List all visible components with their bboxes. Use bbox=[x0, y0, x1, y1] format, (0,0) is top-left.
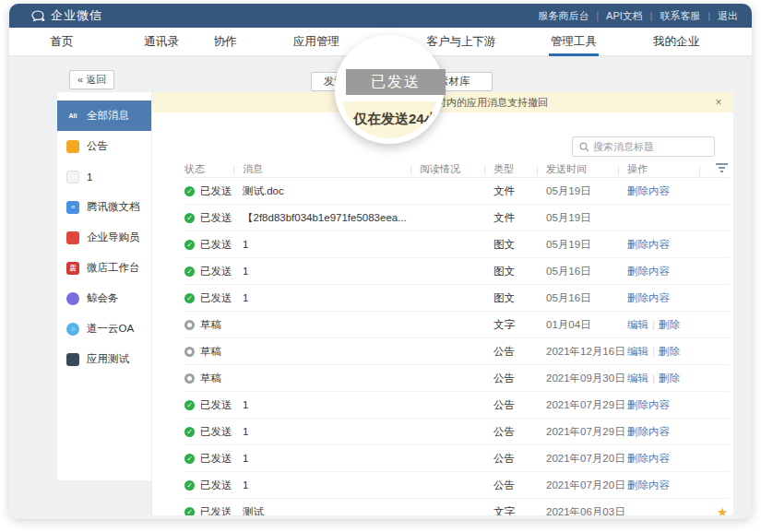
sidebar-item-tencent-docs[interactable]: ≡ 腾讯微文档 bbox=[57, 192, 151, 222]
cell-actions: 编辑|删除 bbox=[627, 372, 708, 385]
cell-type: 文件 bbox=[493, 211, 546, 225]
magnified-sent-button[interactable]: 已发送 bbox=[346, 69, 446, 95]
table-row: 已发送 测试 文字 2021年06月03日 ★ bbox=[184, 499, 730, 515]
tab-contacts[interactable]: 通讯录 bbox=[144, 28, 179, 56]
cell-actions: 删除内容 bbox=[627, 452, 708, 466]
tencent-docs-icon: ≡ bbox=[66, 201, 79, 214]
sidebar-item-whale-meeting[interactable]: 鲸会务 bbox=[57, 283, 151, 313]
action-delete-content[interactable]: 删除内容 bbox=[627, 426, 670, 437]
back-button[interactable]: « 返回 bbox=[69, 70, 114, 89]
filter-icon[interactable] bbox=[716, 163, 728, 174]
sent-check-icon bbox=[184, 400, 195, 410]
cell-send-time: 05月16日 bbox=[546, 291, 627, 305]
action-delete-content[interactable]: 删除内容 bbox=[627, 453, 670, 464]
cell-status: 已发送 bbox=[184, 265, 243, 278]
tab-home[interactable]: 首页 bbox=[51, 28, 74, 56]
contact-support-link[interactable]: 联系客服 bbox=[660, 9, 700, 23]
action-delete[interactable]: 删除 bbox=[659, 319, 680, 330]
table-header: 状态 消息 阅读情况 类型 发送时间 操作 bbox=[184, 160, 730, 178]
cell-message: 1 bbox=[243, 479, 420, 491]
sidebar-item-announcement[interactable]: 公告 bbox=[57, 131, 151, 161]
sidebar-item-shopping-guide[interactable]: 企业导购员 bbox=[57, 222, 151, 253]
sent-check-icon bbox=[184, 427, 195, 437]
sent-check-icon bbox=[184, 293, 195, 303]
all-messages-icon: All bbox=[66, 110, 79, 123]
cell-type: 图文 bbox=[493, 238, 546, 252]
cell-type: 公告 bbox=[493, 372, 546, 385]
search-box bbox=[572, 136, 715, 157]
table-row: 已发送 1 图文 05月19日 删除内容 bbox=[184, 231, 730, 258]
search-input[interactable] bbox=[593, 141, 714, 152]
action-delete-content[interactable]: 删除内容 bbox=[627, 479, 670, 491]
sidebar-item-daoyi-cloud-oa[interactable]: ○ 道一云OA bbox=[57, 313, 151, 344]
separator: | bbox=[652, 346, 655, 357]
action-edit[interactable]: 编辑 bbox=[627, 346, 648, 357]
close-icon[interactable]: × bbox=[709, 96, 728, 109]
sent-check-icon bbox=[184, 213, 195, 223]
action-delete[interactable]: 删除 bbox=[659, 372, 680, 384]
cell-message: 测试 bbox=[243, 505, 420, 516]
cell-message: 1 bbox=[243, 453, 420, 464]
action-delete-content[interactable]: 删除内容 bbox=[627, 185, 670, 196]
table-row: 已发送 1 公告 2021年07月20日 删除内容 bbox=[184, 472, 730, 499]
action-delete-content[interactable]: 删除内容 bbox=[627, 399, 670, 410]
api-docs-link[interactable]: API文档 bbox=[606, 9, 643, 23]
action-delete-content[interactable]: 删除内容 bbox=[627, 266, 670, 277]
star-icon[interactable]: ★ bbox=[717, 505, 728, 516]
topbar-links: 服务商后台|API文档|联系客服|退出 bbox=[538, 9, 738, 23]
table-row: 已发送 测试.doc 文件 05月19日 删除内容 bbox=[184, 178, 730, 205]
cell-type: 公告 bbox=[493, 345, 546, 359]
cell-actions: 删除内容 bbox=[627, 238, 708, 252]
cell-actions: 编辑|删除 bbox=[627, 345, 708, 359]
sidebar: All 全部消息 公告 1 ≡ 腾讯微文档 企业导购员 店 微店工作台 鲸会务 … bbox=[57, 92, 152, 515]
app-1-icon bbox=[66, 171, 79, 183]
cell-actions: 删除内容 bbox=[627, 184, 708, 198]
cell-send-time: 2021年06月03日 bbox=[546, 505, 627, 516]
sent-check-icon bbox=[184, 480, 195, 491]
cell-send-time: 05月19日 bbox=[546, 211, 627, 225]
separator: | bbox=[652, 372, 655, 384]
action-edit[interactable]: 编辑 bbox=[627, 372, 648, 384]
tab-app-management[interactable]: 应用管理 bbox=[293, 28, 339, 56]
tab-admin-tools[interactable]: 管理工具 bbox=[551, 28, 597, 56]
cell-extra: ★ bbox=[708, 505, 730, 516]
tab-customers[interactable]: 客户与上下游 bbox=[427, 28, 496, 56]
cell-status: 已发送 bbox=[184, 505, 243, 516]
cell-status: 草稿 bbox=[184, 318, 243, 332]
provider-console-link[interactable]: 服务商后台 bbox=[538, 9, 589, 23]
cell-message: 1 bbox=[243, 239, 420, 250]
table-row: 已发送 1 图文 05月16日 删除内容 bbox=[184, 285, 730, 312]
weidian-icon: 店 bbox=[66, 262, 79, 275]
draft-circle-icon bbox=[184, 347, 195, 357]
cell-send-time: 2021年07月29日 bbox=[546, 398, 627, 412]
sent-check-icon bbox=[184, 454, 195, 464]
sidebar-item-all-messages[interactable]: All 全部消息 bbox=[57, 100, 151, 131]
sidebar-item-weidian[interactable]: 店 微店工作台 bbox=[57, 253, 151, 283]
cell-status: 草稿 bbox=[184, 345, 243, 359]
col-filter bbox=[708, 163, 730, 174]
action-edit[interactable]: 编辑 bbox=[627, 319, 648, 330]
draft-circle-icon bbox=[184, 373, 195, 384]
table-row: 已发送 1 公告 2021年07月29日 删除内容 bbox=[184, 419, 730, 445]
search-icon bbox=[579, 142, 589, 152]
cell-send-time: 2021年07月20日 bbox=[546, 452, 627, 466]
tab-my-company[interactable]: 我的企业 bbox=[653, 28, 699, 56]
cell-actions: 删除内容 bbox=[627, 479, 708, 492]
action-delete-content[interactable]: 删除内容 bbox=[627, 292, 670, 303]
brand-logo[interactable]: 企业微信 bbox=[31, 7, 102, 24]
cell-send-time: 05月19日 bbox=[546, 238, 627, 252]
sidebar-item-app-1[interactable]: 1 bbox=[57, 161, 151, 192]
action-delete-content[interactable]: 删除内容 bbox=[627, 239, 670, 250]
sidebar-item-app-test[interactable]: 应用测试 bbox=[57, 344, 151, 374]
cell-actions: 删除内容 bbox=[627, 291, 708, 305]
cell-type: 公告 bbox=[493, 452, 546, 466]
tab-collaboration[interactable]: 协作 bbox=[214, 28, 237, 56]
logout-link[interactable]: 退出 bbox=[718, 9, 738, 23]
app-window: 企业微信 服务商后台|API文档|联系客服|退出 首页 通讯录 协作 应用管理 … bbox=[9, 4, 752, 519]
action-delete[interactable]: 删除 bbox=[659, 346, 680, 357]
separator: | bbox=[650, 11, 653, 21]
col-type: 类型 bbox=[493, 162, 546, 176]
whale-meeting-icon bbox=[66, 292, 79, 305]
cell-send-time: 2021年09月30日 bbox=[546, 372, 627, 385]
cell-send-time: 01月04日 bbox=[546, 318, 627, 332]
